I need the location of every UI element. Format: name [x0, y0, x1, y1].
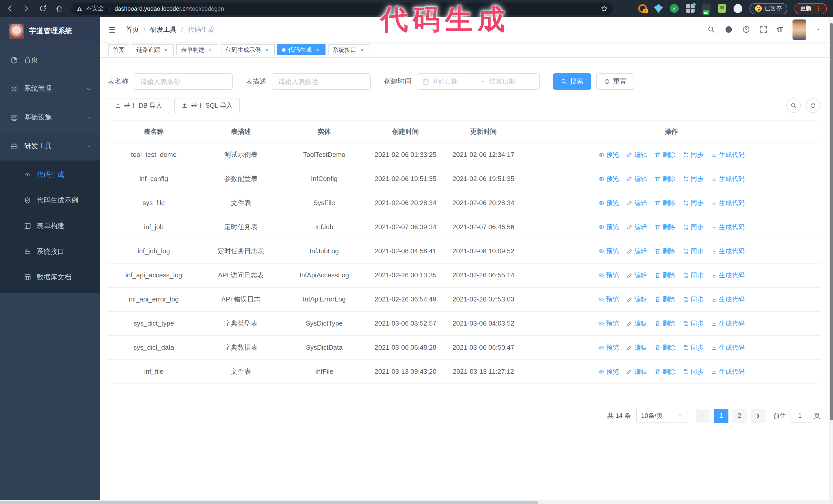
sync-link[interactable]: 同步 [683, 367, 704, 377]
preview-link[interactable]: 预览 [598, 318, 619, 329]
edit-link[interactable]: 编辑 [626, 294, 647, 305]
extension-check-icon[interactable] [670, 4, 679, 13]
extension-orange-icon[interactable]: 1 [638, 4, 647, 13]
edit-link[interactable]: 编辑 [626, 198, 647, 208]
generate-code-link[interactable]: 生成代码 [711, 222, 744, 232]
edit-link[interactable]: 编辑 [626, 222, 647, 232]
close-icon[interactable]: × [263, 47, 270, 53]
preview-link[interactable]: 预览 [598, 342, 619, 353]
delete-link[interactable]: 删除 [654, 150, 675, 160]
sync-link[interactable]: 同步 [683, 150, 704, 160]
close-icon[interactable]: × [314, 47, 321, 53]
breadcrumb-devtools[interactable]: 研发工具 [150, 25, 176, 34]
table-desc-input[interactable] [272, 73, 371, 90]
edit-link[interactable]: 编辑 [626, 342, 647, 353]
delete-link[interactable]: 删除 [654, 270, 675, 281]
preview-link[interactable]: 预览 [598, 222, 619, 232]
tab-form-builder[interactable]: 表单构建× [176, 44, 218, 55]
sidebar-fold-icon[interactable] [108, 25, 116, 33]
sync-link[interactable]: 同步 [683, 294, 704, 305]
search-icon[interactable] [707, 26, 715, 33]
sync-link[interactable]: 同步 [683, 246, 704, 256]
url-bar[interactable]: 不安全 | dashboard.yudao.iocoder.cn/tool/co… [71, 2, 613, 15]
sql-import-button[interactable]: 基于 SQL 导入 [174, 98, 240, 113]
preview-link[interactable]: 预览 [598, 174, 619, 184]
sidebar-item-infra[interactable]: 基础设施 [0, 103, 100, 132]
close-icon[interactable]: × [163, 47, 169, 53]
vertical-scrollbar[interactable] [829, 17, 833, 500]
tab-system-api[interactable]: 系统接口× [328, 44, 370, 55]
tab-codegen-demo[interactable]: 代码生成示例× [221, 44, 275, 55]
tab-tracing[interactable]: 链路追踪× [132, 44, 174, 55]
edit-link[interactable]: 编辑 [626, 367, 647, 377]
sidebar-item-form-builder[interactable]: 表单构建 [0, 213, 100, 239]
generate-code-link[interactable]: 生成代码 [711, 174, 744, 184]
more-dots-icon[interactable]: ⋮ [815, 5, 821, 12]
edit-link[interactable]: 编辑 [626, 270, 647, 281]
generate-code-link[interactable]: 生成代码 [711, 294, 744, 305]
back-icon[interactable] [6, 5, 14, 12]
edit-link[interactable]: 编辑 [626, 174, 647, 184]
generate-code-link[interactable]: 生成代码 [711, 342, 744, 353]
delete-link[interactable]: 删除 [654, 174, 675, 184]
forward-icon[interactable] [23, 5, 30, 12]
extension-switch-icon[interactable]: on [702, 4, 711, 13]
prev-page-button[interactable] [695, 409, 710, 423]
reset-button[interactable]: 重置 [596, 73, 634, 90]
edit-link[interactable]: 编辑 [626, 150, 647, 160]
sync-link[interactable]: 同步 [683, 174, 704, 184]
fullscreen-icon[interactable] [759, 26, 767, 33]
edit-link[interactable]: 编辑 [626, 318, 647, 329]
table-name-input[interactable] [134, 73, 233, 90]
refresh-table-button[interactable] [806, 98, 820, 113]
goto-page-input[interactable] [790, 409, 810, 423]
horizontal-scrollbar[interactable] [0, 500, 833, 504]
preview-link[interactable]: 预览 [598, 270, 619, 281]
extension-robot-icon[interactable] [718, 4, 727, 13]
sync-link[interactable]: 同步 [683, 342, 704, 353]
extension-gem-icon[interactable] [654, 4, 663, 13]
preview-link[interactable]: 预览 [598, 198, 619, 208]
next-page-button[interactable] [751, 409, 765, 423]
preview-link[interactable]: 预览 [598, 367, 619, 377]
generate-code-link[interactable]: 生成代码 [711, 367, 744, 377]
generate-code-link[interactable]: 生成代码 [711, 270, 744, 281]
caret-down-icon[interactable] [816, 27, 821, 32]
vertical-scrollbar-thumb[interactable] [830, 23, 833, 421]
page-size-select[interactable]: 10条/页 [636, 409, 687, 423]
tab-codegen[interactable]: 代码生成× [277, 44, 326, 55]
edit-link[interactable]: 编辑 [626, 246, 647, 256]
sidebar-item-codegen[interactable]: 代码生成 [0, 162, 100, 188]
generate-code-link[interactable]: 生成代码 [711, 150, 744, 160]
delete-link[interactable]: 删除 [654, 246, 675, 256]
preview-link[interactable]: 预览 [598, 150, 619, 160]
home-icon[interactable] [55, 5, 63, 12]
delete-link[interactable]: 删除 [654, 367, 675, 377]
toggle-search-button[interactable] [786, 98, 801, 113]
delete-link[interactable]: 删除 [654, 294, 675, 305]
close-icon[interactable]: × [359, 47, 365, 53]
sidebar-item-system-api[interactable]: 系统接口 [0, 239, 100, 265]
horizontal-scrollbar-thumb[interactable] [0, 501, 538, 504]
extension-puppet-icon[interactable] [734, 4, 742, 13]
security-label[interactable]: 不安全 [86, 5, 104, 12]
reload-icon[interactable] [39, 5, 47, 12]
close-icon[interactable]: × [207, 47, 214, 53]
sidebar-item-codegen-demo[interactable]: 代码生成示例 [0, 188, 100, 213]
generate-code-link[interactable]: 生成代码 [711, 198, 744, 208]
sidebar-item-db-doc[interactable]: 数据库文档 [0, 265, 100, 290]
delete-link[interactable]: 删除 [654, 198, 675, 208]
db-import-button[interactable]: 基于 DB 导入 [108, 98, 169, 113]
sidebar-item-home[interactable]: 首页 [0, 46, 100, 74]
sync-link[interactable]: 同步 [683, 198, 704, 208]
generate-code-link[interactable]: 生成代码 [711, 318, 744, 329]
page-button-1[interactable]: 1 [714, 409, 728, 423]
github-icon[interactable] [724, 26, 732, 33]
page-button-2[interactable]: 2 [732, 409, 747, 423]
delete-link[interactable]: 删除 [654, 342, 675, 353]
breadcrumb-home[interactable]: 首页 [125, 25, 139, 34]
sidebar-item-devtools[interactable]: 研发工具 [0, 132, 100, 161]
sidebar-item-system[interactable]: 系统管理 [0, 74, 100, 103]
delete-link[interactable]: 删除 [654, 222, 675, 232]
preview-link[interactable]: 预览 [598, 294, 619, 305]
